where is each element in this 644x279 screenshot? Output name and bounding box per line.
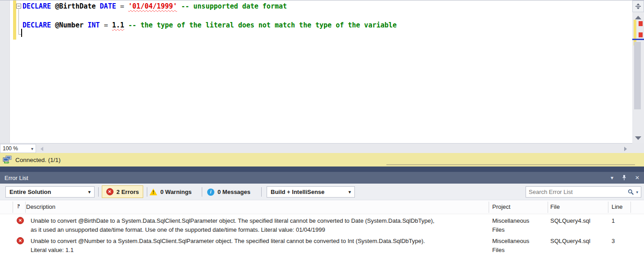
cell-project: Miscellaneous Files: [492, 237, 537, 255]
fold-collapse-icon[interactable]: −: [16, 4, 21, 9]
breakpoint-gutter[interactable]: [0, 0, 10, 144]
zoom-level-value: 100 %: [3, 145, 18, 152]
toolbar-separator: [147, 187, 147, 197]
error-rows: ✕Unable to convert @BirthDate to a Syste…: [0, 214, 644, 255]
fold-region-line: [18, 9, 19, 34]
code-line: DECLARE @BirthDate DATE = '01/04/1999' -…: [23, 2, 287, 11]
window-position-menu-icon[interactable]: ▾: [611, 175, 613, 181]
column-separator[interactable]: [13, 202, 13, 213]
code-token: @BirthDate: [55, 2, 95, 10]
code-token: DECLARE: [23, 21, 51, 29]
editor-splitter-handle[interactable]: [632, 0, 644, 12]
chevron-down-icon: ▾: [88, 189, 91, 194]
code-token: [124, 2, 128, 10]
code-token: -- unsupported date format: [181, 2, 287, 10]
info-icon: i: [207, 189, 214, 196]
error-list-toolbar: Entire Solution ▾ ✕ 2 Errors ! 0 Warning…: [0, 184, 644, 200]
cell-file: SQLQuery4.sql: [550, 237, 590, 246]
column-header-line[interactable]: Line: [612, 203, 623, 210]
column-header-description[interactable]: Description: [26, 203, 55, 210]
chevron-down-icon: ▾: [31, 146, 33, 151]
code-token: [116, 2, 120, 10]
build-filter-value: Build + IntelliSense: [271, 189, 325, 195]
splitter-icon: [635, 3, 641, 9]
cell-description: Unable to convert @BirthDate to a System…: [31, 216, 436, 234]
close-icon[interactable]: ✕: [635, 175, 639, 181]
warning-icon: !: [150, 189, 157, 195]
search-error-list-box[interactable]: ▾: [526, 186, 641, 198]
code-token: [124, 21, 128, 29]
code-token: [51, 2, 55, 10]
zoom-level-combo[interactable]: 100 % ▾: [0, 144, 36, 153]
errors-toggle-button[interactable]: ✕ 2 Errors: [102, 185, 143, 198]
scroll-right-button[interactable]: [624, 147, 627, 151]
error-icon: ✕: [106, 188, 113, 195]
sql-editor[interactable]: − DECLARE @BirthDate DATE = '01/04/1999'…: [0, 0, 644, 143]
pin-icon[interactable]: [621, 175, 627, 181]
code-token: -- the type of the literal does not matc…: [128, 21, 397, 29]
search-icon[interactable]: [628, 189, 634, 195]
toolbar-separator: [261, 187, 262, 197]
code-token: '01/04/1999': [128, 2, 177, 10]
scrollbar-error-mark: [639, 32, 643, 37]
error-row[interactable]: ✕Unable to convert @Number to a System.D…: [0, 234, 644, 255]
code-token: [83, 21, 87, 29]
cell-description: Unable to convert @Number to a System.Da…: [31, 237, 436, 255]
track-changes-bar: [13, 0, 16, 40]
warnings-toggle-button[interactable]: ! 0 Warnings: [150, 186, 192, 198]
column-header-file[interactable]: File: [550, 203, 560, 210]
horizontal-scrollbar[interactable]: 100 % ▾: [0, 143, 632, 153]
errors-count-label: 2 Errors: [117, 189, 139, 195]
code-token: [108, 21, 112, 29]
status-bar-divider: [386, 164, 635, 165]
column-separator[interactable]: [25, 202, 26, 213]
code-token: DATE: [100, 2, 116, 10]
code-token: [96, 2, 100, 10]
messages-count-label: 0 Messages: [218, 189, 250, 195]
scroll-down-button[interactable]: [635, 136, 641, 140]
messages-toggle-button[interactable]: i 0 Messages: [207, 186, 250, 198]
cell-line: 3: [612, 237, 615, 246]
toolbar-separator: [202, 187, 202, 197]
scrollbar-corner: [632, 143, 644, 153]
error-icon: ✕: [17, 217, 24, 224]
scrollbar-thumb[interactable]: [634, 42, 641, 109]
vertical-scrollbar[interactable]: [632, 12, 644, 144]
severity-category-icon[interactable]: ¶: [17, 203, 20, 209]
code-token: [177, 2, 181, 10]
error-list-column-headers: ¶ Description Project File Line: [0, 200, 644, 214]
search-input[interactable]: [529, 189, 626, 195]
scrollbar-error-mark: [639, 21, 643, 26]
scope-filter-combo[interactable]: Entire Solution ▾: [5, 186, 95, 198]
connected-server-icon: [3, 156, 12, 164]
chevron-down-icon: ▾: [349, 189, 351, 194]
code-token: =: [120, 2, 124, 10]
warnings-count-label: 0 Warnings: [160, 189, 192, 195]
scope-filter-value: Entire Solution: [9, 189, 51, 195]
code-token: @Number: [55, 21, 83, 29]
error-list-panel: Error List ▾ ✕ Entire Solution ▾ ✕: [0, 172, 644, 279]
build-filter-combo[interactable]: Build + IntelliSense ▾: [267, 186, 355, 198]
column-separator[interactable]: [489, 202, 489, 213]
text-caret: [21, 29, 22, 37]
scrollbar-caret-mark: [632, 39, 644, 40]
cell-project: Miscellaneous Files: [492, 216, 537, 234]
code-token: INT: [88, 21, 100, 29]
column-separator[interactable]: [548, 202, 548, 213]
column-header-project[interactable]: Project: [492, 203, 510, 210]
editor-status-bar: Connected. (1/1): [0, 153, 644, 166]
scroll-up-button[interactable]: [635, 16, 641, 19]
scroll-left-button[interactable]: [41, 147, 43, 151]
ssms-window: − DECLARE @BirthDate DATE = '01/04/1999'…: [0, 0, 644, 279]
code-token: 1.1: [112, 21, 124, 29]
code-token: =: [104, 21, 108, 29]
cell-line: 1: [612, 216, 615, 225]
panel-divider-strip: [0, 166, 644, 172]
error-list-title-bar[interactable]: Error List ▾ ✕: [0, 172, 644, 184]
error-row[interactable]: ✕Unable to convert @BirthDate to a Syste…: [0, 214, 644, 234]
code-token: [51, 21, 55, 29]
column-separator[interactable]: [608, 202, 608, 213]
error-icon: ✕: [17, 237, 24, 244]
column-separator[interactable]: [630, 202, 631, 213]
chevron-down-icon[interactable]: ▾: [636, 190, 638, 194]
